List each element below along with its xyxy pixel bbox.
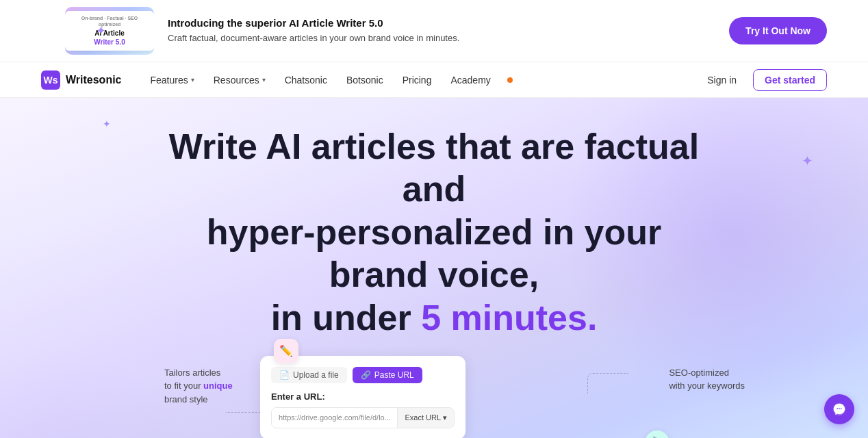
exact-url-button[interactable]: Exact URL ▾: [397, 408, 454, 428]
url-field-label: Enter a URL:: [271, 391, 455, 402]
banner-product-image: On-brand · Factual · SEO optimized AI Ar…: [65, 7, 154, 55]
nav-item-pricing[interactable]: Pricing: [394, 70, 440, 90]
promo-banner: ✦ On-brand · Factual · SEO optimized AI …: [0, 0, 868, 62]
nav-item-features[interactable]: Features ▾: [142, 70, 203, 90]
annotation-seo-line1: SEO-optimized: [669, 368, 728, 378]
chevron-down-icon: ▾: [443, 413, 447, 422]
hero-title: Write AI articles that are factual and h…: [160, 125, 708, 339]
chevron-down-icon: ▾: [262, 76, 266, 83]
nav-features-label: Features: [151, 75, 188, 86]
chatbot-button[interactable]: [824, 394, 854, 424]
url-input[interactable]: [272, 408, 397, 427]
exact-url-label: Exact URL: [405, 413, 441, 422]
nav-chatsonic-label: Chatsonic: [285, 75, 327, 86]
nav-item-botsonic[interactable]: Botsonic: [338, 70, 392, 90]
hero-title-highlight: 5 minutes.: [421, 298, 597, 337]
hero-section: ✦ ✦ Write AI articles that are factual a…: [0, 98, 868, 438]
svg-point-2: [839, 408, 840, 409]
url-card: 📄 Upload a file 🔗 Paste URL Enter a URL:…: [260, 356, 465, 438]
annotation-brand-style: Tailors articles to fit your unique bran…: [164, 366, 233, 407]
nav-academy-label: Academy: [450, 75, 490, 86]
site-logo[interactable]: Ws Writesonic: [41, 70, 122, 90]
notification-dot: [507, 77, 513, 83]
seo-icon: 🔧: [645, 430, 669, 438]
chatbot-icon: [832, 402, 847, 417]
hero-title-line1: Write AI articles that are factual and: [169, 127, 700, 209]
upload-file-tab[interactable]: 📄 Upload a file: [271, 367, 347, 383]
sparkle-icon: ✦: [802, 153, 813, 169]
paste-url-tab[interactable]: 🔗 Paste URL: [353, 367, 422, 383]
nav-item-chatsonic[interactable]: Chatsonic: [277, 70, 335, 90]
navbar-actions: Sign in Get started: [699, 69, 827, 91]
writing-icon: ✏️: [274, 339, 298, 363]
banner-badge-sub: On-brand · Factual · SEO optimized: [71, 15, 149, 27]
upload-tab-label: Upload a file: [293, 370, 339, 380]
hero-title-line2: hyper-personalized in your brand voice,: [207, 212, 662, 294]
nav-botsonic-label: Botsonic: [346, 75, 383, 86]
dashed-connector: [587, 373, 628, 394]
annotation-line2: to fit your: [164, 381, 203, 391]
nav-item-resources[interactable]: Resources ▾: [205, 70, 274, 90]
nav-item-academy[interactable]: Academy: [442, 70, 498, 90]
annotation-line1: Tailors articles: [164, 368, 220, 378]
nav-pricing-label: Pricing: [403, 75, 432, 86]
chevron-down-icon: ▾: [191, 76, 194, 83]
banner-cta-button[interactable]: Try It Out Now: [729, 17, 827, 44]
getstarted-button[interactable]: Get started: [753, 69, 827, 91]
nav-resources-label: Resources: [214, 75, 259, 86]
svg-point-1: [837, 408, 838, 409]
signin-button[interactable]: Sign in: [699, 70, 745, 90]
logo-text: Writesonic: [66, 74, 122, 86]
annotation-seo: SEO-optimized with your keywords: [669, 366, 745, 393]
nav-links: Features ▾ Resources ▾ Chatsonic Botsoni…: [142, 70, 700, 90]
banner-heading: Introducing the superior AI Article Writ…: [168, 17, 715, 29]
paste-tab-label: Paste URL: [374, 370, 414, 380]
file-icon: 📄: [279, 370, 290, 380]
hero-visual-area: Tailors articles to fit your unique bran…: [0, 352, 868, 438]
banner-description: Craft factual, document-aware articles i…: [168, 31, 715, 45]
banner-badge-line1: AI ArticleWriter 5.0: [71, 29, 149, 47]
sparkle-icon: ✦: [96, 23, 106, 38]
banner-text-block: Introducing the superior AI Article Writ…: [168, 17, 715, 45]
svg-point-3: [841, 408, 842, 409]
hero-title-line3: in under: [271, 298, 422, 337]
annotation-line3: brand style: [164, 394, 208, 404]
annotation-seo-line2: with your keywords: [669, 381, 745, 391]
sparkle-icon: ✦: [103, 118, 111, 129]
logo-icon: Ws: [41, 70, 60, 90]
url-card-tabs: 📄 Upload a file 🔗 Paste URL: [271, 367, 455, 383]
url-input-row: Exact URL ▾: [271, 407, 455, 428]
main-navbar: Ws Writesonic Features ▾ Resources ▾ Cha…: [0, 62, 868, 98]
link-icon: 🔗: [361, 370, 371, 380]
